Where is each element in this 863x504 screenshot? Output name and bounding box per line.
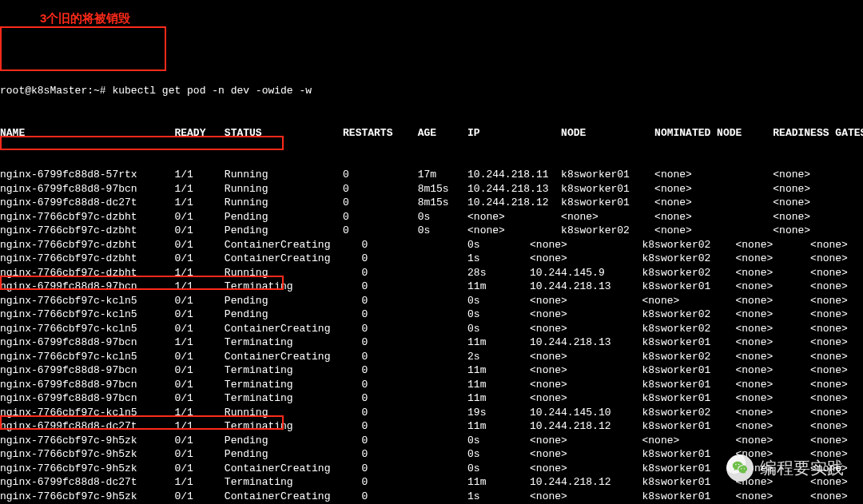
pod-node: k8sworker01 bbox=[561, 168, 654, 182]
pod-nominated: <none> bbox=[736, 308, 811, 322]
pod-name: nginx-6799fc88d8-97bcn bbox=[0, 391, 174, 406]
pod-nominated: <none> bbox=[736, 391, 811, 406]
pod-readiness: <none> bbox=[810, 294, 860, 308]
pod-restarts: 0 bbox=[361, 294, 467, 308]
table-row: nginx-6799fc88d8-97bcn1/1Running08m15s10… bbox=[0, 182, 863, 196]
col-node: NODE bbox=[561, 126, 654, 141]
pod-name: nginx-6799fc88d8-97bcn bbox=[0, 182, 174, 196]
annotation-text: 3个旧的将被销毁 bbox=[40, 11, 130, 26]
pod-ip: 10.244.218.13 bbox=[530, 280, 642, 294]
pod-nominated: <none> bbox=[736, 378, 811, 392]
table-row: nginx-7766cbf97c-kcln50/1ContainerCreati… bbox=[0, 322, 863, 336]
pod-ready: 0/1 bbox=[174, 378, 224, 392]
table-row: nginx-6799fc88d8-97bcn0/1Terminating011m… bbox=[0, 363, 863, 378]
pod-nominated: <none> bbox=[736, 363, 811, 378]
pod-readiness: <none> bbox=[810, 391, 860, 406]
pod-restarts: 0 bbox=[361, 363, 467, 378]
table-row: nginx-7766cbf97c-dzbht0/1ContainerCreati… bbox=[0, 252, 863, 266]
pod-node: k8sworker01 bbox=[642, 280, 735, 294]
pod-nominated: <none> bbox=[736, 350, 811, 364]
col-status: STATUS bbox=[225, 126, 343, 141]
pod-status: ContainerCreating bbox=[225, 238, 362, 252]
pod-status: Terminating bbox=[225, 378, 362, 392]
pod-readiness: <none> bbox=[773, 196, 841, 210]
pod-node: k8sworker01 bbox=[642, 363, 735, 378]
pod-status: Terminating bbox=[225, 419, 362, 434]
table-row: nginx-7766cbf97c-9h5zk0/1Pending00s<none… bbox=[0, 434, 863, 448]
pod-nominated: <none> bbox=[736, 335, 811, 350]
pod-nominated: <none> bbox=[736, 266, 811, 280]
pod-name: nginx-7766cbf97c-dzbht bbox=[0, 266, 174, 280]
pod-ready: 0/1 bbox=[174, 391, 224, 406]
pod-status: Terminating bbox=[225, 475, 362, 490]
pod-ready: 0/1 bbox=[174, 224, 224, 238]
pod-readiness: <none> bbox=[810, 322, 860, 336]
table-row: nginx-7766cbf97c-dzbht1/1Running028s10.2… bbox=[0, 266, 863, 280]
pod-name: nginx-7766cbf97c-kcln5 bbox=[0, 406, 174, 420]
pod-node: k8sworker02 bbox=[642, 322, 735, 336]
pod-age: 0s bbox=[467, 308, 530, 322]
pod-status: ContainerCreating bbox=[225, 490, 362, 504]
pod-name: nginx-7766cbf97c-kcln5 bbox=[0, 350, 174, 364]
pod-ip: <none> bbox=[530, 350, 642, 364]
pod-node: k8sworker01 bbox=[642, 378, 735, 392]
pod-readiness: <none> bbox=[810, 350, 860, 364]
pod-rows: nginx-6799fc88d8-57rtx1/1Running017m10.2… bbox=[0, 168, 863, 504]
pod-restarts: 0 bbox=[361, 322, 467, 336]
pod-ip: <none> bbox=[530, 322, 642, 336]
pod-ready: 1/1 bbox=[174, 475, 224, 490]
col-restarts: RESTARTS bbox=[343, 126, 418, 141]
pod-name: nginx-7766cbf97c-9h5zk bbox=[0, 462, 174, 476]
pod-readiness: <none> bbox=[810, 490, 860, 504]
pod-nominated: <none> bbox=[736, 490, 811, 504]
pod-status: ContainerCreating bbox=[225, 462, 362, 476]
pod-age: 0s bbox=[467, 434, 530, 448]
pod-nominated: <none> bbox=[736, 252, 811, 266]
pod-ready: 0/1 bbox=[174, 294, 224, 308]
pod-node: k8sworker02 bbox=[642, 308, 735, 322]
pod-name: nginx-7766cbf97c-kcln5 bbox=[0, 294, 174, 308]
pod-age: 11m bbox=[467, 280, 530, 294]
pod-name: nginx-6799fc88d8-dc27t bbox=[0, 196, 174, 210]
watermark-text: 编程要实践 bbox=[760, 461, 844, 475]
pod-ready: 1/1 bbox=[174, 419, 224, 434]
pod-node: k8sworker01 bbox=[642, 335, 735, 350]
pod-name: nginx-6799fc88d8-97bcn bbox=[0, 363, 174, 378]
pod-restarts: 0 bbox=[361, 335, 467, 350]
pod-age: 11m bbox=[467, 378, 530, 392]
table-row: nginx-6799fc88d8-dc27t1/1Terminating011m… bbox=[0, 419, 863, 434]
pod-readiness: <none> bbox=[810, 419, 860, 434]
table-row: nginx-6799fc88d8-57rtx1/1Running017m10.2… bbox=[0, 168, 863, 182]
pod-age: 0s bbox=[467, 238, 530, 252]
pod-node: k8sworker02 bbox=[642, 252, 735, 266]
pod-nominated: <none> bbox=[736, 406, 811, 420]
pod-readiness: <none> bbox=[773, 224, 841, 238]
pod-age: 0s bbox=[467, 322, 530, 336]
pod-status: Terminating bbox=[225, 363, 362, 378]
pod-status: ContainerCreating bbox=[225, 350, 362, 364]
pod-age: 11m bbox=[467, 391, 530, 406]
pod-nominated: <none> bbox=[736, 238, 811, 252]
pod-name: nginx-7766cbf97c-dzbht bbox=[0, 224, 174, 238]
pod-restarts: 0 bbox=[361, 350, 467, 364]
pod-ip: <none> bbox=[530, 238, 642, 252]
watermark: 编程要实践 bbox=[726, 454, 844, 482]
table-row: nginx-7766cbf97c-dzbht0/1Pending00s<none… bbox=[0, 210, 863, 224]
pod-status: Pending bbox=[225, 210, 343, 224]
pod-ready: 0/1 bbox=[174, 434, 224, 448]
col-nominated: NOMINATED NODE bbox=[654, 126, 773, 141]
pod-name: nginx-7766cbf97c-dzbht bbox=[0, 210, 174, 224]
table-header-row: NAMEREADYSTATUSRESTARTSAGEIPNODENOMINATE… bbox=[0, 126, 863, 141]
pod-status: Running bbox=[225, 406, 362, 420]
table-row: nginx-6799fc88d8-97bcn0/1Terminating011m… bbox=[0, 391, 863, 406]
col-ip: IP bbox=[467, 126, 561, 141]
pod-node: <none> bbox=[642, 434, 735, 448]
pod-restarts: 0 bbox=[361, 378, 467, 392]
pod-restarts: 0 bbox=[361, 490, 467, 504]
pod-readiness: <none> bbox=[810, 308, 860, 322]
table-row: nginx-7766cbf97c-dzbht0/1Pending00s<none… bbox=[0, 224, 863, 238]
pod-ip: <none> bbox=[467, 210, 561, 224]
terminal-output[interactable]: root@k8sMaster:~# kubectl get pod -n dev… bbox=[0, 56, 863, 504]
table-row: nginx-6799fc88d8-dc27t1/1Running08m15s10… bbox=[0, 196, 863, 210]
pod-node: k8sworker01 bbox=[642, 419, 735, 434]
